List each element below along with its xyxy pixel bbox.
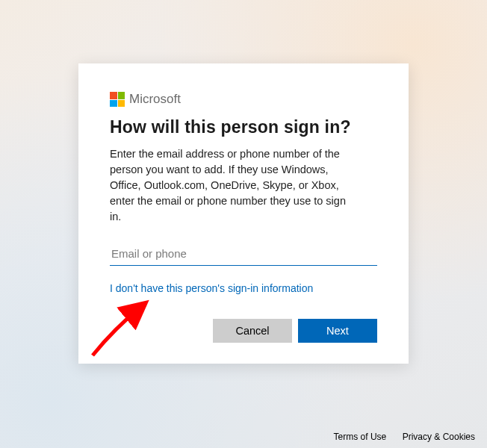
email-or-phone-field[interactable] [110, 244, 377, 266]
terms-of-use-link[interactable]: Terms of Use [334, 432, 387, 442]
next-button[interactable]: Next [298, 319, 377, 343]
footer-links: Terms of Use Privacy & Cookies [320, 432, 475, 442]
signin-panel: Microsoft How will this person sign in? … [78, 63, 409, 364]
brand-name: Microsoft [129, 92, 181, 107]
microsoft-logo: Microsoft [110, 92, 377, 107]
cancel-button[interactable]: Cancel [213, 319, 292, 343]
no-signin-info-link[interactable]: I don't have this person's sign-in infor… [110, 282, 313, 294]
microsoft-logo-icon [110, 92, 125, 107]
page-title: How will this person sign in? [110, 117, 377, 137]
description-text: Enter the email address or phone number … [110, 146, 356, 225]
privacy-cookies-link[interactable]: Privacy & Cookies [403, 432, 475, 442]
button-row: Cancel Next [110, 319, 377, 343]
